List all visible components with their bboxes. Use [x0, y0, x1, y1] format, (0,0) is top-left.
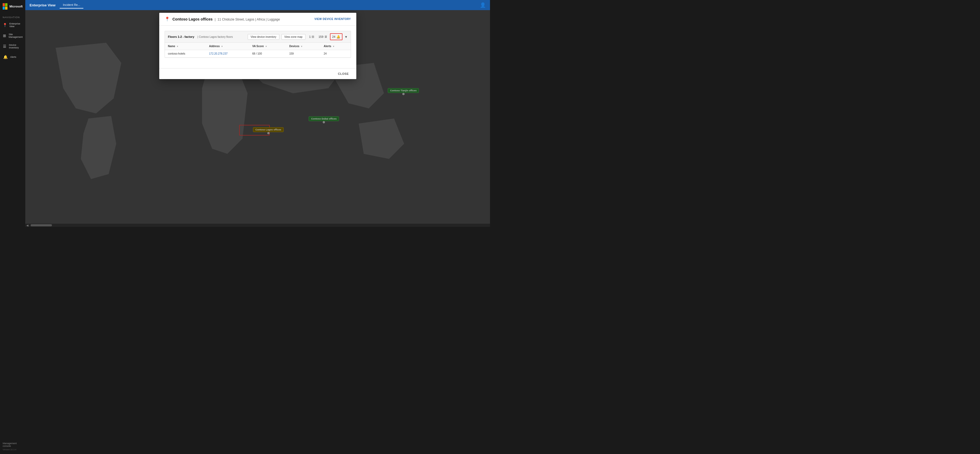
page-title: Enterprise View	[30, 3, 56, 7]
user-avatar-icon[interactable]: 👤	[480, 2, 486, 8]
devices-stat: 159 🖥	[317, 34, 329, 40]
col-name: Name ▼	[165, 43, 206, 50]
sidebar-item-label: Enterprise View	[9, 22, 22, 28]
sidebar-item-alerts[interactable]: 🔔 Alerts	[0, 52, 25, 62]
sort-icon: ▼	[221, 45, 223, 48]
floor-table: Name ▼ Address ▼ VA Score	[165, 43, 351, 57]
networks-stat: 1 ⊞	[307, 34, 316, 40]
location-modal: 📍 Contoso Lagos offices | 11 Chidozie St…	[159, 13, 356, 79]
sort-icon: ▼	[301, 45, 303, 48]
sidebar-item-enterprise-view[interactable]: 📍 Enterprise View	[0, 20, 25, 30]
close-button[interactable]: CLOSE	[336, 71, 351, 76]
header-bar: Enterprise View Incident Re... 👤	[25, 0, 490, 10]
cell-devices: 159	[286, 50, 320, 57]
col-alerts: Alerts ▼	[321, 43, 351, 50]
sidebar-item-label: Alerts	[10, 56, 16, 58]
col-address: Address ▼	[206, 43, 249, 50]
sort-icon: ▼	[265, 45, 267, 48]
view-device-inventory-button[interactable]: View device inventory	[248, 34, 279, 40]
floor-actions: View device inventory View zone map 1 ⊞ …	[248, 33, 347, 40]
view-zone-map-button[interactable]: View zone map	[282, 34, 305, 40]
col-va-score: VA Score ▼	[249, 43, 286, 50]
sidebar-item-site-management[interactable]: ⊞ Site Management	[0, 30, 25, 41]
modal-header: 📍 Contoso Lagos offices | 11 Chidozie St…	[159, 13, 356, 25]
modal-footer: CLOSE	[159, 68, 356, 79]
floor-stats: 1 ⊞ 159 🖥 24 🔔	[307, 33, 342, 40]
modal-location-icon: 📍	[165, 16, 170, 22]
nav-label: NAVIGATION	[0, 13, 25, 20]
modal-title: Contoso Lagos offices | 11 Chidozie Stre…	[173, 17, 280, 21]
modal-title-area: 📍 Contoso Lagos offices | 11 Chidozie St…	[165, 16, 280, 22]
tab-incident-response[interactable]: Incident Re...	[60, 2, 83, 8]
sort-icon: ▼	[177, 45, 179, 48]
floor-subtitle: | Contoso Lagos factory floors	[197, 35, 233, 38]
floor-section: Floors 1-2 - factory | Contoso Lagos fac…	[165, 31, 351, 58]
cell-name: contoso-hotels	[165, 50, 206, 57]
floor-title: Floors 1-2 - factory	[168, 35, 194, 38]
sidebar-item-label: Device Inventory	[9, 44, 22, 49]
monitor-icon: 🖥	[324, 35, 327, 39]
microsoft-logo-text: Microsoft	[10, 5, 23, 8]
location-icon: 📍	[3, 22, 7, 28]
sidebar-item-label: Site Management	[8, 33, 22, 38]
device-inventory-icon: ☰	[3, 44, 7, 49]
network-icon: ⊞	[312, 35, 314, 39]
view-device-inventory-link[interactable]: VIEW DEVICE INVENTORY	[315, 17, 351, 21]
modal-overlay: 📍 Contoso Lagos offices | 11 Chidozie St…	[25, 10, 490, 227]
floor-header: Floors 1-2 - factory | Contoso Lagos fac…	[165, 31, 351, 43]
table-header-row: Name ▼ Address ▼ VA Score	[165, 43, 351, 50]
cell-alerts: 24	[321, 50, 351, 57]
cell-address[interactable]: 172.20.278.237	[206, 50, 249, 57]
microsoft-logo-icon	[3, 3, 8, 10]
modal-body: Floors 1-2 - factory | Contoso Lagos fac…	[159, 25, 356, 68]
site-management-icon: ⊞	[3, 33, 6, 38]
col-devices: Devices ▼	[286, 43, 320, 50]
map-area[interactable]: Contoso Tianjin offices Contoso Dubai of…	[25, 10, 490, 227]
sidebar-logo: Microsoft	[0, 0, 25, 13]
alerts-stat: 24 🔔	[330, 33, 342, 40]
alerts-icon: 🔔	[3, 54, 8, 60]
bell-icon: 🔔	[336, 35, 340, 39]
expand-icon[interactable]: ▾	[345, 34, 347, 40]
sort-icon: ▼	[332, 45, 335, 48]
table-row[interactable]: contoso-hotels 172.20.278.237 68 / 100 1…	[165, 50, 351, 57]
cell-va-score: 68 / 100	[249, 50, 286, 57]
sidebar: Microsoft NAVIGATION 📍 Enterprise View ⊞…	[0, 0, 25, 227]
sidebar-item-device-inventory[interactable]: ☰ Device Inventory	[0, 41, 25, 52]
main-content: Enterprise View Incident Re... 👤	[25, 0, 490, 227]
